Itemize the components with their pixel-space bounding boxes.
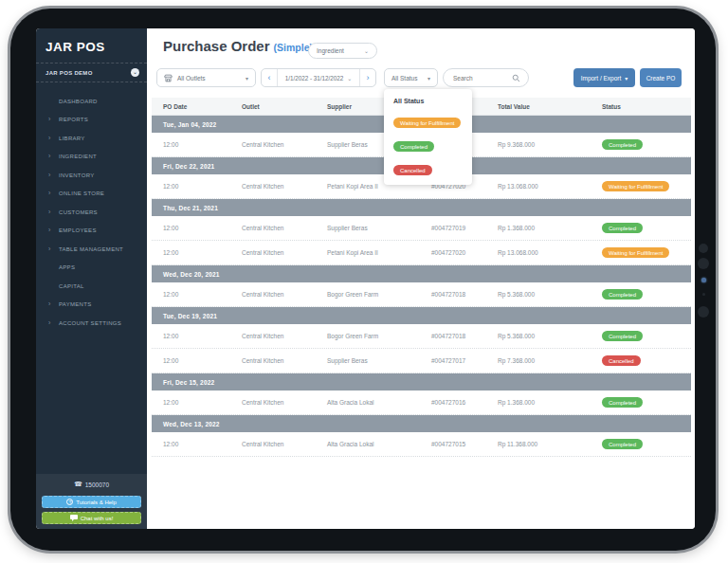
tablet-frame: JAR POS JAR POS DEMO ⌄ › DASHBOARD › REP…: [10, 9, 716, 551]
bezel-button: [699, 244, 708, 253]
table-cell: 12:00: [152, 357, 242, 364]
table-cell: Supplier Beras: [327, 357, 431, 364]
status-option[interactable]: Waiting for Fulfillment: [384, 108, 472, 132]
status-option-all[interactable]: All Status: [384, 96, 472, 108]
date-group-header: Fri, Dec 15, 2022: [152, 373, 691, 390]
prev-date-button[interactable]: ‹: [262, 69, 277, 86]
status-badge: Waiting for Fulfillment: [602, 247, 669, 258]
date-group-header: Wed, Dec 20, 2021: [152, 265, 691, 282]
table-cell: Bogor Green Farm: [327, 333, 431, 339]
table-cell: Alta Gracia Lokal: [327, 441, 431, 447]
import-export-button[interactable]: Import / Export ▾: [573, 68, 635, 87]
table-cell: Rp 13.068.000: [498, 183, 602, 190]
sidebar-item[interactable]: › APPS: [36, 259, 147, 278]
sidebar-item[interactable]: › TABLE MANAGEMENT: [36, 240, 147, 259]
po-type-dropdown[interactable]: Ingredient ⌄: [308, 43, 377, 59]
outlet-filter-dropdown[interactable]: All Outlets ▾: [156, 68, 256, 87]
camera-dot: [701, 278, 706, 282]
sidebar-item[interactable]: › INVENTORY: [36, 166, 147, 185]
status-option[interactable]: Completed: [384, 132, 472, 155]
table-row[interactable]: 12:00Central KitchenSupplier Beras#00472…: [152, 349, 691, 373]
chat-label: Chat with us!: [81, 516, 114, 521]
table-cell: Central Kitchen: [242, 249, 327, 256]
table-cell: 12:00: [152, 225, 242, 231]
phone-icon: ☎: [74, 481, 82, 488]
table-cell: Rp 13.068.000: [498, 249, 602, 256]
date-range-text: 1/1/2022 - 31/12/2022: [285, 75, 344, 82]
table-row[interactable]: 12:00Central KitchenBogor Green Farm#004…: [152, 282, 691, 307]
bezel-button: [702, 293, 705, 296]
table-row[interactable]: 12:00Central KitchenPetani Kopi Area II#…: [152, 241, 691, 265]
sidebar-item-label: REPORTS: [59, 117, 88, 122]
create-po-button[interactable]: Create PO: [640, 68, 682, 87]
sidebar-item[interactable]: › ACCOUNT SETTINGS: [36, 314, 147, 333]
account-selector[interactable]: JAR POS DEMO ⌄: [36, 63, 147, 82]
status-option[interactable]: Cancelled: [384, 155, 472, 179]
next-date-button[interactable]: ›: [360, 69, 375, 86]
status-badge: Completed: [602, 289, 643, 300]
column-header: Outlet: [242, 103, 327, 110]
search-input[interactable]: [451, 74, 508, 82]
search-icon: [512, 74, 520, 82]
chevron-down-icon: ⌄: [131, 68, 139, 77]
sidebar-item-label: INVENTORY: [59, 173, 95, 178]
status-badge: Completed: [602, 223, 643, 233]
table-cell: 12:00: [152, 249, 242, 256]
date-range-value[interactable]: 1/1/2022 - 31/12/2022 ⌄: [277, 69, 360, 86]
table-cell: Bogor Green Farm: [327, 291, 431, 298]
sidebar-item[interactable]: › CAPITAL: [36, 277, 147, 296]
chat-bubble-icon: [70, 515, 78, 521]
sidebar-item[interactable]: › ONLINE STORE: [36, 185, 147, 204]
chat-button[interactable]: Chat with us!: [42, 512, 141, 524]
table-cell: 12:00: [152, 333, 242, 339]
date-group-header: Thu, Dec 21, 2021: [152, 199, 691, 216]
sidebar-item[interactable]: › REPORTS: [36, 111, 147, 130]
table-cell: 12:00: [152, 291, 242, 298]
tutorials-help-button[interactable]: ? Tutorials & Help: [42, 496, 141, 508]
table-row[interactable]: 12:00Central KitchenBogor Green Farm#004…: [152, 324, 691, 349]
chevron-right-icon: ›: [48, 172, 50, 178]
table-row[interactable]: 12:00Central KitchenAlta Gracia Lokal#00…: [152, 432, 691, 457]
sidebar-item-label: CAPITAL: [59, 283, 84, 289]
sidebar-item[interactable]: › CUSTOMERS: [36, 203, 147, 222]
table-cell: #004727016: [431, 399, 498, 406]
date-group-header: Wed, Dec 13, 2022: [152, 415, 691, 432]
search-box: [443, 68, 529, 87]
sidebar-item-label: ACCOUNT SETTINGS: [59, 320, 121, 326]
table-cell: Central Kitchen: [242, 441, 327, 447]
sidebar: JAR POS JAR POS DEMO ⌄ › DASHBOARD › REP…: [36, 28, 147, 529]
table-cell: #004727019: [431, 225, 498, 231]
sidebar-item-label: LIBRARY: [59, 136, 85, 141]
table-cell: Rp 5.368.000: [498, 291, 602, 298]
status-filter-value: All Status: [391, 75, 417, 82]
table-cell: 12:00: [152, 441, 242, 447]
chevron-right-icon: ›: [48, 116, 50, 122]
table-row[interactable]: 12:00Central KitchenSupplier Beras#00472…: [152, 216, 691, 241]
table-cell: #004727015: [431, 441, 498, 447]
caret-down-icon: ▾: [625, 75, 628, 82]
table-cell: Rp 1.368.000: [498, 399, 602, 406]
status-badge: Completed: [602, 139, 643, 150]
caret-down-icon: ▾: [428, 75, 430, 82]
table-cell: Central Kitchen: [242, 225, 327, 231]
sidebar-item-label: EMPLOYEES: [59, 227, 97, 233]
table-row[interactable]: 12:00Central KitchenAlta Gracia Lokal#00…: [152, 390, 691, 415]
sidebar-item[interactable]: › INGREDIENT: [36, 148, 147, 167]
table-cell: Central Kitchen: [242, 399, 327, 406]
chevron-right-icon: ›: [48, 319, 50, 326]
chevron-right-icon: ›: [48, 135, 50, 141]
table-cell: 12:00: [152, 141, 242, 148]
table-cell: Rp 11.368.000: [498, 441, 602, 447]
table-cell: Rp 7.368.000: [498, 357, 602, 364]
status-badge: Completed: [602, 331, 643, 341]
create-po-label: Create PO: [646, 75, 676, 82]
sidebar-item[interactable]: › LIBRARY: [36, 129, 147, 148]
bezel-button: [698, 258, 709, 269]
sidebar-item[interactable]: › DASHBOARD: [36, 92, 147, 111]
column-header: Status: [602, 103, 691, 110]
table-cell: Central Kitchen: [242, 333, 327, 339]
page-subtitle: (Simple): [274, 42, 313, 53]
status-filter-dropdown[interactable]: All Status ▾: [384, 68, 438, 87]
sidebar-item[interactable]: › EMPLOYEES: [36, 222, 147, 241]
sidebar-item[interactable]: › PAYMENTS: [36, 296, 147, 315]
